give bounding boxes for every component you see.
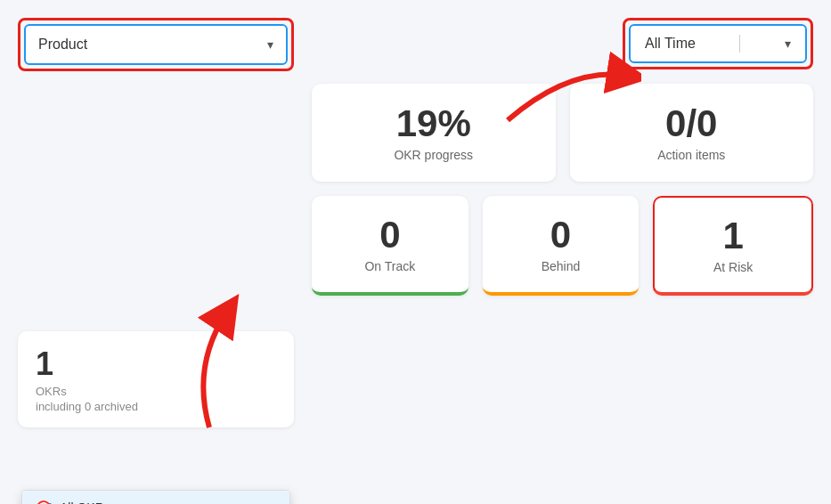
product-dropdown-red-box: Product ▾ 🎯 All OKRs 💪 ACME Company - Or… (18, 18, 294, 71)
time-dropdown[interactable]: All Time ▾ (629, 24, 807, 63)
behind-label: Behind (542, 259, 581, 273)
time-dropdown-red-box: All Time ▾ (623, 18, 813, 69)
behind-card: 0 Behind (483, 196, 640, 296)
okr-sublabel: including 0 archived (36, 400, 276, 413)
dropdown-item-all-okrs[interactable]: 🎯 All OKRs (22, 491, 289, 504)
time-chevron-icon: ▾ (785, 37, 791, 51)
on-track-value: 0 (379, 215, 400, 256)
okr-count-card: 1 OKRs including 0 archived (18, 331, 294, 427)
okr-count-value: 1 (36, 345, 276, 383)
action-items-label: Action items (657, 148, 725, 162)
product-dropdown-label: Product (38, 37, 87, 53)
all-okrs-icon: 🎯 (35, 500, 53, 504)
action-items-card: 0/0 Action items (570, 84, 814, 182)
bottom-stats-row: 0 On Track 0 Behind 1 At Risk (312, 196, 813, 296)
behind-value: 0 (550, 215, 571, 256)
at-risk-label: At Risk (713, 260, 753, 274)
product-dropdown-menu: 🎯 All OKRs 💪 ACME Company - Organization… (21, 490, 290, 504)
dropdown-item-label: All OKRs (60, 500, 110, 504)
okr-progress-card: 19% OKR progress (312, 84, 556, 182)
product-dropdown[interactable]: Product ▾ (24, 24, 288, 65)
at-risk-card: 1 At Risk (653, 196, 813, 296)
time-dropdown-label: All Time (645, 36, 696, 52)
at-risk-value: 1 (723, 215, 744, 256)
top-stats-row: 19% OKR progress 0/0 Action items (312, 84, 813, 182)
on-track-label: On Track (364, 259, 415, 273)
on-track-card: 0 On Track (312, 196, 468, 296)
chevron-down-icon: ▾ (267, 37, 273, 52)
okr-label: OKRs (36, 385, 276, 398)
page-container: Product ▾ 🎯 All OKRs 💪 ACME Company - Or… (0, 0, 831, 504)
okr-progress-label: OKR progress (394, 148, 473, 162)
action-items-value: 0/0 (665, 103, 717, 144)
divider (739, 35, 740, 53)
okr-progress-value: 19% (396, 103, 471, 144)
